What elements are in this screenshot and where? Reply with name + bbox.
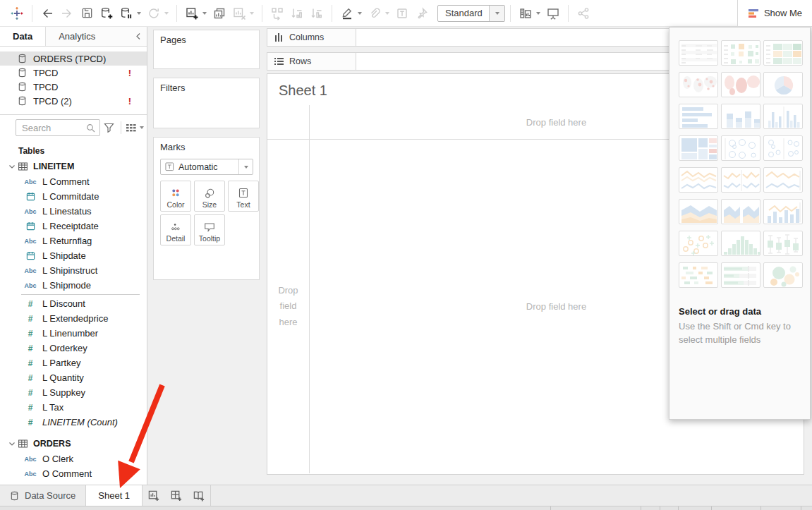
new-dashboard-button[interactable]	[165, 485, 188, 506]
group-members-button[interactable]	[365, 4, 384, 23]
showme-dual-combination-thumbnail[interactable]	[763, 199, 803, 224]
fit-selector[interactable]: Standard	[437, 5, 505, 22]
showme-lines-continuous-thumbnail[interactable]	[679, 167, 718, 193]
showme-gantt-thumbnail[interactable]	[679, 262, 718, 288]
field-item[interactable]: AbcO Comment	[0, 466, 147, 481]
new-worksheet-button[interactable]	[182, 4, 202, 23]
field-item[interactable]: L Shipdate	[0, 248, 147, 263]
showme-text-table-thumbnail[interactable]	[679, 40, 718, 66]
showme-circle-views-thumbnail[interactable]	[721, 135, 761, 161]
new-story-button[interactable]	[188, 485, 210, 506]
size-button[interactable]: Size	[194, 181, 225, 212]
color-button[interactable]: Color	[160, 181, 191, 212]
fit-selector-caret[interactable]	[489, 6, 504, 21]
field-item[interactable]: #L Discount	[0, 296, 147, 311]
showme-stacked-bars-thumbnail[interactable]	[721, 104, 761, 129]
presentation-mode-button[interactable]	[543, 4, 563, 23]
detail-button[interactable]: Detail	[160, 214, 191, 245]
showme-histogram-thumbnail[interactable]	[721, 231, 761, 256]
show-hide-cards-button[interactable]	[516, 4, 535, 23]
new-data-source-button[interactable]	[97, 4, 116, 23]
data-source-item[interactable]: TPCD (2)!	[0, 94, 147, 108]
new-worksheet-tab-button[interactable]	[143, 485, 165, 506]
pages-shelf[interactable]: Pages	[153, 30, 260, 69]
tab-data[interactable]: Data	[0, 27, 46, 46]
save-button[interactable]	[77, 4, 97, 23]
field-item[interactable]: L Receiptdate	[0, 219, 147, 233]
field-item[interactable]: #L Extendedprice	[0, 311, 147, 326]
search-input[interactable]: Search	[16, 119, 100, 136]
data-source-tab[interactable]: Data Source	[0, 485, 86, 506]
clear-sheet-button[interactable]	[229, 4, 249, 23]
undo-button[interactable]	[37, 4, 57, 23]
swap-rows-columns-button[interactable]	[267, 4, 287, 23]
showme-scatter-plot-thumbnail[interactable]	[679, 231, 718, 256]
clear-sheet-caret[interactable]	[250, 12, 254, 15]
duplicate-sheet-button[interactable]	[210, 4, 229, 23]
field-item[interactable]: AbcL Shipinstruct	[0, 263, 147, 278]
drop-zone-rows[interactable]: Drop field here	[267, 139, 309, 474]
showme-horizontal-bars-thumbnail[interactable]	[679, 104, 718, 129]
sort-descending-button[interactable]	[307, 4, 327, 23]
filter-fields-button[interactable]	[100, 123, 118, 133]
showme-box-and-whisker-thumbnail[interactable]	[763, 231, 803, 256]
show-me-button[interactable]: Show Me	[737, 0, 812, 27]
field-item[interactable]: #L Suppkey	[0, 385, 147, 400]
run-auto-updates-button[interactable]	[144, 4, 164, 23]
showme-filled-map-thumbnail[interactable]	[721, 72, 761, 97]
field-item[interactable]: #L Quantity	[0, 370, 147, 385]
mark-type-caret[interactable]	[238, 159, 253, 174]
view-data-pane-button[interactable]	[124, 123, 139, 133]
sort-ascending-button[interactable]	[287, 4, 307, 23]
fix-axes-button[interactable]	[412, 4, 432, 23]
highlight-caret[interactable]	[358, 12, 362, 15]
field-item[interactable]: L Commitdate	[0, 189, 147, 204]
share-button[interactable]	[574, 4, 593, 23]
data-source-item[interactable]: ORDERS (TPCD)	[0, 51, 147, 66]
redo-button[interactable]	[57, 4, 77, 23]
showme-treemap-thumbnail[interactable]	[679, 135, 718, 161]
collapse-pane-button[interactable]	[130, 27, 147, 46]
field-item[interactable]: AbcL Comment	[0, 174, 147, 189]
field-item[interactable]: #L Partkey	[0, 356, 147, 370]
showme-dual-lines-thumbnail[interactable]	[763, 167, 803, 193]
text-button[interactable]: Text	[228, 181, 259, 212]
showme-pie-chart-thumbnail[interactable]	[763, 72, 803, 97]
pause-auto-updates-caret[interactable]	[137, 12, 141, 15]
tooltip-button[interactable]: Tooltip	[194, 214, 225, 245]
group-members-caret[interactable]	[385, 12, 389, 15]
showme-area-discrete-thumbnail[interactable]	[721, 199, 761, 224]
showme-area-continuous-thumbnail[interactable]	[679, 199, 718, 224]
mark-type-dropdown[interactable]: Automatic	[160, 159, 253, 175]
field-item[interactable]: #LINEITEM (Count)	[0, 415, 147, 430]
table-header[interactable]: LINEITEM	[0, 159, 147, 174]
view-data-pane-caret[interactable]	[140, 126, 144, 129]
table-header[interactable]: ORDERS	[0, 436, 147, 451]
sheet-1-tab[interactable]: Sheet 1	[86, 485, 143, 506]
field-item[interactable]: AbcL Linestatus	[0, 204, 147, 219]
showme-side-by-side-circles-thumbnail[interactable]	[763, 135, 803, 161]
showme-side-by-side-bars-thumbnail[interactable]	[763, 104, 803, 129]
showme-bullet-graph-thumbnail[interactable]	[721, 262, 761, 288]
run-auto-updates-caret[interactable]	[164, 12, 169, 15]
highlight-button[interactable]	[337, 4, 357, 23]
tab-analytics[interactable]: Analytics	[46, 27, 108, 46]
showme-packed-bubbles-thumbnail[interactable]	[763, 262, 803, 288]
showme-heat-map-thumbnail[interactable]	[721, 40, 761, 66]
field-item[interactable]: #L Orderkey	[0, 341, 147, 356]
data-source-item[interactable]: TPCD	[0, 80, 147, 94]
field-item[interactable]: AbcL Shipmode	[0, 278, 147, 293]
field-item[interactable]: #L Linenumber	[0, 326, 147, 341]
pause-auto-updates-button[interactable]	[116, 4, 136, 23]
showme-lines-discrete-thumbnail[interactable]	[721, 167, 761, 193]
showme-symbol-map-thumbnail[interactable]	[679, 72, 718, 97]
data-source-item[interactable]: TPCD!	[0, 66, 147, 80]
show-mark-labels-button[interactable]	[392, 4, 412, 23]
show-hide-cards-caret[interactable]	[536, 12, 540, 15]
field-item[interactable]: #L Tax	[0, 400, 147, 415]
field-item[interactable]: AbcL Returnflag	[0, 233, 147, 248]
field-item[interactable]: AbcO Clerk	[0, 451, 147, 466]
showme-highlight-table-thumbnail[interactable]	[763, 40, 803, 66]
new-worksheet-caret[interactable]	[202, 12, 207, 15]
filters-shelf[interactable]: Filters	[153, 78, 260, 128]
